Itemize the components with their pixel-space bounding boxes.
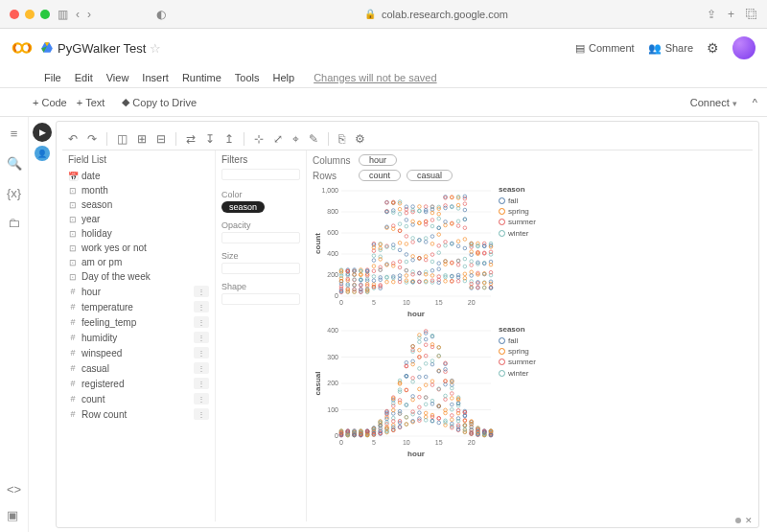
rows-chip-casual[interactable]: casual <box>407 170 453 181</box>
rows-chip-count[interactable]: count <box>359 170 401 181</box>
drag-handle-icon[interactable]: ⋮ <box>194 286 209 297</box>
resize-icon[interactable]: ⤢ <box>273 132 283 146</box>
gear-icon[interactable]: ⚙ <box>707 40 719 56</box>
legend-item-summer[interactable]: summer <box>499 217 536 227</box>
mark-icon[interactable]: ⊞ <box>137 132 147 146</box>
run-cell-button[interactable]: ▶ <box>33 123 52 142</box>
config-icon[interactable]: ⚙ <box>355 132 365 146</box>
new-tab-icon[interactable]: + <box>728 8 734 21</box>
field-winspeed[interactable]: #winspeed⋮ <box>68 345 209 360</box>
svg-point-275 <box>456 279 460 283</box>
columns-row[interactable]: Columns hour <box>313 154 747 166</box>
field-Day-of-the-week[interactable]: ⊡Day of the week <box>68 269 209 284</box>
maximize-window-icon[interactable] <box>40 10 50 19</box>
drag-handle-icon[interactable]: ⋮ <box>194 378 209 389</box>
menu-view[interactable]: View <box>106 72 129 83</box>
star-icon[interactable]: ☆ <box>150 41 161 56</box>
field-registered[interactable]: #registered⋮ <box>68 376 209 391</box>
shape-shelf[interactable]: Shape <box>221 282 300 305</box>
minimize-window-icon[interactable] <box>25 10 35 19</box>
undo-icon[interactable]: ↶ <box>68 132 78 146</box>
legend-item-spring[interactable]: spring <box>499 206 536 217</box>
menu-tools[interactable]: Tools <box>235 72 260 83</box>
save-hint[interactable]: Changes will not be saved <box>314 72 436 83</box>
sidebar-toggle-icon[interactable]: ▥ <box>58 8 68 21</box>
menu-file[interactable]: File <box>44 72 61 83</box>
shield-icon[interactable]: ◐ <box>156 8 166 21</box>
menu-help[interactable]: Help <box>273 72 295 83</box>
export-icon[interactable]: ⎘ <box>338 132 345 146</box>
connect-button[interactable]: Connect ▾ <box>683 95 745 110</box>
columns-chip-hour[interactable]: hour <box>359 154 397 166</box>
colab-logo-icon[interactable] <box>12 37 33 58</box>
copy-to-drive-button[interactable]: ◆ Copy to Drive <box>122 96 197 108</box>
field-holiday[interactable]: ⊡holiday <box>68 226 209 241</box>
field-temperature[interactable]: #temperature⋮ <box>68 299 209 314</box>
redo-icon[interactable]: ↷ <box>87 132 97 146</box>
field-casual[interactable]: #casual⋮ <box>68 360 209 376</box>
legend-item-spring[interactable]: spring <box>499 346 536 357</box>
legend-item-winter[interactable]: winter <box>499 228 536 239</box>
field-humidity[interactable]: #humidity⋮ <box>68 330 209 345</box>
avatar[interactable] <box>732 36 755 59</box>
code-snippets-icon[interactable]: <> <box>7 482 21 497</box>
add-code-button[interactable]: + Code <box>33 97 67 108</box>
transpose-icon[interactable]: ⇄ <box>186 132 196 146</box>
opacity-shelf[interactable]: Opacity <box>221 220 300 243</box>
drag-handle-icon[interactable]: ⋮ <box>194 301 209 312</box>
tabs-icon[interactable]: ⿻ <box>746 8 757 21</box>
drag-handle-icon[interactable]: ⋮ <box>194 347 209 359</box>
toc-icon[interactable]: ≡ <box>11 127 18 141</box>
geo-icon[interactable]: ⌖ <box>292 132 299 146</box>
stack-icon[interactable]: ⊟ <box>156 132 166 146</box>
drag-handle-icon[interactable]: ⋮ <box>194 362 209 374</box>
field-month[interactable]: ⊡month <box>68 183 209 197</box>
field-work-yes-or-not[interactable]: ⊡work yes or not <box>68 241 209 255</box>
field-feeling_temp[interactable]: #feeling_temp⋮ <box>68 314 209 330</box>
rows-row[interactable]: Rows count casual <box>313 170 747 181</box>
variables-icon[interactable]: {x} <box>7 186 21 200</box>
drag-handle-icon[interactable]: ⋮ <box>194 408 209 420</box>
field-count[interactable]: #count⋮ <box>68 391 209 406</box>
add-text-button[interactable]: + Text <box>77 97 105 108</box>
document-title[interactable]: PyGWalker Test ☆ <box>40 41 161 56</box>
back-icon[interactable]: ‹ <box>76 8 80 21</box>
color-pill[interactable]: season <box>221 201 265 213</box>
share-icon[interactable]: ⇪ <box>707 8 716 21</box>
brush-icon[interactable]: ✎ <box>309 132 318 146</box>
close-window-icon[interactable] <box>10 10 19 19</box>
legend-item-fall[interactable]: fall <box>499 335 536 346</box>
filters-drop[interactable] <box>221 169 300 180</box>
drag-handle-icon[interactable]: ⋮ <box>194 316 209 328</box>
share-button[interactable]: 👥 Share <box>648 42 693 55</box>
aggregate-icon[interactable]: ◫ <box>117 132 128 146</box>
sort-asc-icon[interactable]: ↧ <box>205 132 215 146</box>
svg-point-307 <box>470 274 474 278</box>
legend-item-winter[interactable]: winter <box>499 368 536 379</box>
field-hour[interactable]: #hour⋮ <box>68 284 209 299</box>
collapse-icon[interactable]: ^ <box>753 97 757 108</box>
comment-button[interactable]: ▤ Comment <box>575 42 635 55</box>
sort-desc-icon[interactable]: ↥ <box>224 132 234 146</box>
files-icon[interactable]: 🗀 <box>8 216 20 230</box>
axes-icon[interactable]: ⊹ <box>254 132 264 146</box>
color-shelf[interactable]: Color season <box>221 190 300 213</box>
menu-runtime[interactable]: Runtime <box>182 72 221 83</box>
address-bar[interactable]: 🔒 colab.research.google.com <box>174 9 699 20</box>
close-output-icon[interactable]: ✕ <box>745 516 753 525</box>
forward-icon[interactable]: › <box>87 8 91 21</box>
field-Row-count[interactable]: #Row count⋮ <box>68 406 209 422</box>
size-shelf[interactable]: Size <box>221 251 300 274</box>
field-season[interactable]: ⊡season <box>68 197 209 212</box>
legend-item-fall[interactable]: fall <box>499 196 536 206</box>
field-date[interactable]: 📅date <box>68 169 209 183</box>
menu-insert[interactable]: Insert <box>142 72 169 83</box>
field-year[interactable]: ⊡year <box>68 212 209 226</box>
terminal-icon[interactable]: ▣ <box>7 508 21 522</box>
legend-item-summer[interactable]: summer <box>499 357 536 367</box>
search-icon[interactable]: 🔍 <box>7 156 22 171</box>
menu-edit[interactable]: Edit <box>75 72 93 83</box>
drag-handle-icon[interactable]: ⋮ <box>194 332 209 343</box>
drag-handle-icon[interactable]: ⋮ <box>194 393 209 405</box>
field-am-or-pm[interactable]: ⊡am or pm <box>68 255 209 269</box>
